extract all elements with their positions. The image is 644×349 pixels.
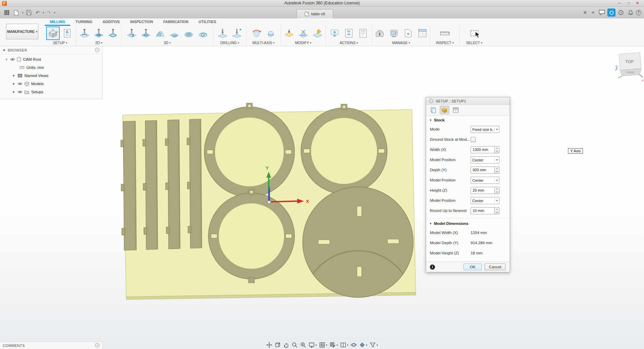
visibility-eye-icon[interactable] (18, 82, 22, 85)
stock-tab[interactable] (440, 106, 449, 114)
apps-grid-icon[interactable] (3, 8, 11, 17)
width-spinner[interactable]: ▴▾ (495, 146, 499, 153)
disc-part[interactable] (303, 187, 413, 297)
setup-dialog-header[interactable]: – SETUP : SETUP1 (426, 97, 510, 105)
2d-contour-button[interactable] (106, 26, 120, 40)
visibility-eye-icon[interactable] (10, 58, 15, 61)
model-position-y-select[interactable]: Center ▾ (471, 177, 499, 184)
document-tab[interactable]: table v9 (297, 9, 333, 18)
close-tab-icon[interactable]: ✕ (582, 10, 588, 15)
view-cube[interactable]: TOP FRONT Z X (615, 51, 644, 83)
tree-item-named-views[interactable]: ▶ Named Views (0, 72, 102, 80)
ribbon-group-label-3d[interactable]: 3D▾ (121, 40, 213, 45)
workspace-selector-button[interactable]: MANUFACTURE ▾ (6, 24, 38, 39)
undo-caret-icon[interactable]: ▾ (43, 11, 44, 14)
bell-icon[interactable] (626, 8, 634, 17)
depth-input[interactable]: 920 mm (471, 167, 495, 174)
grid-settings-icon[interactable]: ▾ (329, 342, 338, 348)
ribbon-group-label-manage[interactable]: MANAGE▾ (372, 40, 430, 45)
tree-item-models[interactable]: ▶ Models (0, 80, 102, 88)
generate-gcode-button[interactable]: G1G2 (342, 26, 356, 40)
stock-extension-button[interactable] (282, 26, 296, 40)
minimize-dialog-icon[interactable]: – (429, 99, 433, 103)
file-menu-caret-icon[interactable]: ▾ (22, 11, 23, 14)
maximize-button[interactable]: □ (625, 0, 632, 6)
pan-hand-icon[interactable] (283, 342, 289, 348)
parallel-toolpath-button[interactable] (168, 26, 181, 40)
orbit-cube-icon[interactable] (274, 342, 281, 348)
measure-button[interactable] (438, 26, 452, 40)
save-icon[interactable] (25, 8, 33, 17)
round-up-spinner[interactable]: ▴▾ (495, 207, 499, 214)
task-manager-button[interactable] (416, 26, 429, 40)
tab-fabrication[interactable]: FABRICATION (158, 18, 193, 26)
redo-icon[interactable]: ↷ (45, 10, 52, 15)
new-setup-button[interactable] (46, 26, 60, 40)
tab-additive[interactable]: ADDITIVE (97, 18, 125, 26)
trim-toolpath-button[interactable] (297, 26, 310, 40)
section-collapse-icon[interactable]: ▼ (429, 222, 432, 225)
minimize-panel-icon[interactable]: – (95, 343, 99, 348)
tab-utilities[interactable]: UTILITIES (193, 18, 221, 26)
ribbon-group-label-2d[interactable]: 2D▾ (76, 40, 121, 45)
stock-section-header[interactable]: ▼ Stock (426, 116, 510, 124)
round-up-input[interactable]: 10 mm (471, 207, 495, 214)
expander-icon[interactable]: ▶ (12, 91, 16, 93)
nc-program-button[interactable]: G (60, 26, 74, 40)
steep-and-shallow-button[interactable] (153, 26, 167, 40)
filter-icon[interactable]: ▾ (370, 342, 378, 348)
mode-select[interactable]: Fixed size b... ▾ (471, 126, 499, 133)
tree-item-units[interactable]: Units: mm (0, 63, 102, 72)
2d-pocket-button[interactable] (92, 26, 106, 40)
ribbon-group-label-select[interactable]: SELECT▾ (460, 40, 489, 45)
drill-button[interactable] (216, 26, 229, 40)
setup-sheet-button[interactable] (356, 26, 370, 40)
ribbon-group-label-multi-axis[interactable]: MULTI-AXIS▾ (246, 40, 281, 45)
undo-icon[interactable]: ↶ (34, 10, 41, 15)
file-menu-icon[interactable] (12, 8, 20, 17)
comments-panel[interactable]: COMMENTS – (0, 342, 102, 349)
tree-item-setups[interactable]: ▶ Setups (0, 88, 102, 96)
model-dimensions-section-header[interactable]: ▼ Model Dimensions (426, 219, 510, 228)
close-window-button[interactable]: ✕ (634, 0, 641, 6)
ribbon-group-label-inspect[interactable]: INSPECT▾ (430, 40, 459, 45)
adaptive-clearing-button[interactable] (125, 26, 138, 40)
tab-turning[interactable]: TURNING (70, 18, 97, 26)
visual-style-icon[interactable]: ▾ (359, 342, 367, 348)
visibility-eye-icon[interactable] (18, 90, 22, 94)
width-input[interactable]: 1300 mm (471, 146, 495, 153)
pan-arrows-icon[interactable] (266, 342, 272, 348)
height-spinner[interactable]: ▴▾ (495, 187, 499, 194)
comments-icon[interactable] (598, 8, 606, 17)
expander-icon[interactable]: ▼ (5, 58, 8, 61)
collapse-panel-icon[interactable]: ◀ (3, 49, 5, 52)
new-tab-icon[interactable]: + (590, 9, 596, 16)
tree-item-cam-root[interactable]: ▼ CAM Root (0, 55, 102, 63)
grid-display-icon[interactable]: ▾ (319, 342, 327, 348)
tab-milling[interactable]: MILLING (45, 18, 70, 26)
post-library-button[interactable]: G (401, 26, 415, 40)
machine-library-button[interactable] (387, 26, 401, 40)
model-position-z-select[interactable]: Center ▾ (471, 197, 499, 204)
ribbon-group-label-actions[interactable]: ACTIONS▾ (326, 40, 372, 45)
post-process-button[interactable]: G (328, 26, 341, 40)
notification-center-icon[interactable] (617, 8, 625, 17)
swarf-button[interactable] (250, 26, 263, 40)
depth-spinner[interactable]: ▴▾ (495, 167, 499, 174)
post-process-tab[interactable] (451, 106, 460, 114)
viewports-icon[interactable]: ▾ (340, 342, 348, 348)
browser-panel-header[interactable]: ◀ BROWSER – (0, 46, 102, 54)
display-settings-icon[interactable]: ▾ (308, 342, 317, 348)
tab-inspection[interactable]: INSPECTION (125, 18, 158, 26)
multiaxis-contour-button[interactable] (264, 26, 278, 40)
ground-stock-checkbox[interactable] (471, 137, 476, 142)
ok-button[interactable]: OK (463, 264, 482, 270)
info-icon[interactable]: i (430, 265, 435, 270)
cancel-button[interactable]: Cancel (485, 264, 506, 270)
zoom-icon[interactable] (291, 342, 298, 348)
section-collapse-icon[interactable]: ▼ (429, 119, 432, 122)
minimize-button[interactable]: – (615, 0, 623, 6)
setup-tab[interactable] (429, 106, 438, 114)
model-canvas[interactable]: Y X (102, 46, 644, 349)
minimize-panel-icon[interactable]: – (95, 48, 99, 52)
